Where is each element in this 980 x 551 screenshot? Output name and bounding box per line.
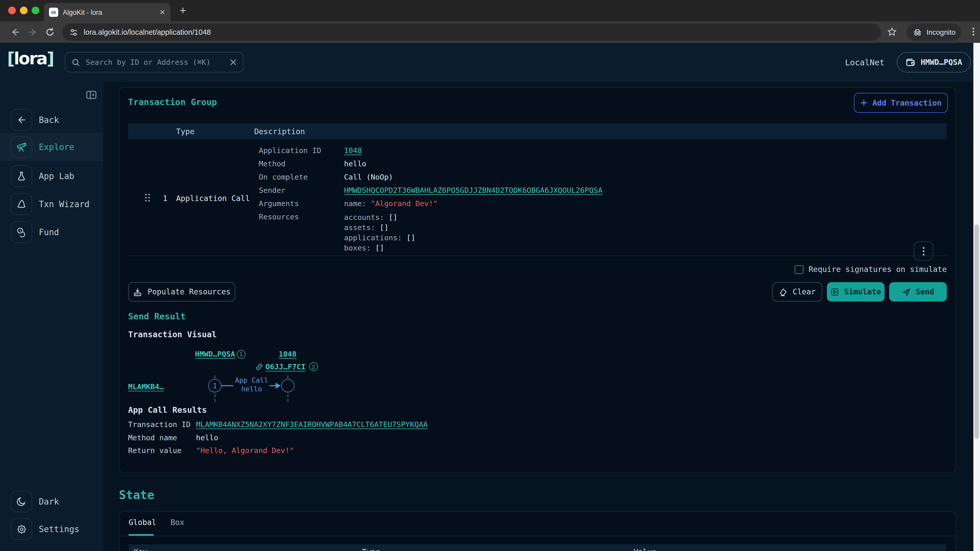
resource-value: [] bbox=[375, 244, 384, 252]
drag-handle-icon[interactable] bbox=[144, 193, 151, 203]
tabs-divider bbox=[119, 536, 956, 536]
wallet-button[interactable]: HMWD…PQSA bbox=[897, 52, 971, 73]
incognito-label: Incognito bbox=[926, 28, 956, 36]
column-header-key: Key bbox=[134, 548, 148, 551]
state-table-header: Key Type Value bbox=[129, 545, 946, 551]
sidebar-collapse-icon[interactable] bbox=[86, 90, 97, 100]
sidebar-item-label: Dark bbox=[39, 497, 59, 507]
graph-group-header: O6JJ…F7CI2 bbox=[255, 362, 318, 371]
method-name-row: Method name hello bbox=[128, 433, 218, 442]
graph-sender-link[interactable]: HMWD…PQSA bbox=[195, 350, 235, 358]
resource-key: assets: bbox=[344, 224, 375, 232]
txid-label: Transaction ID bbox=[128, 421, 196, 429]
method-name-value: hello bbox=[196, 433, 218, 442]
graph-from-node[interactable]: 1 bbox=[208, 379, 221, 392]
graph-transaction-link[interactable]: MLAMKB4… bbox=[128, 383, 164, 391]
telescope-icon bbox=[11, 136, 32, 158]
populate-resources-label: Populate Resources bbox=[148, 287, 231, 297]
send-button[interactable]: Send bbox=[889, 282, 947, 302]
url-bar[interactable]: lora.algokit.io/localnet/application/104… bbox=[62, 24, 881, 41]
page-scrollbar[interactable] bbox=[974, 43, 980, 551]
clear-label: Clear bbox=[793, 287, 816, 297]
sidebar-item-label: Txn Wizard bbox=[39, 199, 89, 209]
populate-resources-button[interactable]: Populate Resources bbox=[128, 282, 235, 302]
search-clear-icon[interactable] bbox=[230, 59, 237, 66]
new-tab-button[interactable]: + bbox=[180, 4, 186, 17]
browser-chrome: ak AlgoKit - lora ✕ + lora.algokit.io/lo… bbox=[0, 0, 980, 43]
site-settings-icon[interactable] bbox=[69, 28, 78, 37]
moon-icon bbox=[11, 491, 32, 512]
sidebar-item-fund[interactable]: 1 Fund bbox=[0, 220, 103, 245]
sidebar-item-settings[interactable]: Settings bbox=[0, 517, 103, 541]
transaction-group-card: Transaction Group Add Transaction Type D… bbox=[119, 87, 956, 473]
send-result-title: Send Result bbox=[128, 311, 186, 321]
logo-bracket-open: [ bbox=[7, 48, 14, 68]
browser-toolbar: lora.algokit.io/localnet/application/104… bbox=[0, 21, 980, 43]
send-icon bbox=[902, 287, 911, 296]
sidebar: Back Explore App Lab Txn Wizard bbox=[0, 82, 103, 551]
resource-value: [] bbox=[380, 224, 389, 232]
column-header-description: Description bbox=[254, 127, 305, 136]
incognito-icon bbox=[913, 28, 922, 36]
state-card: Global Box Key Type Value bbox=[119, 511, 956, 551]
app-header: [lora] LocalNet HMWD…PQSA bbox=[0, 43, 980, 82]
lora-logo[interactable]: [lora] bbox=[7, 50, 53, 67]
row-menu-button[interactable] bbox=[914, 241, 933, 261]
simulate-button[interactable]: Simulate bbox=[827, 282, 885, 302]
resources-list: accounts: [] assets: [] applications: []… bbox=[344, 212, 415, 253]
window-close-button[interactable] bbox=[8, 6, 16, 14]
search-input-wrapper[interactable] bbox=[65, 52, 243, 73]
window-minimize-button[interactable] bbox=[20, 6, 27, 14]
reload-icon[interactable] bbox=[45, 27, 55, 37]
gear-icon bbox=[11, 518, 32, 540]
tab-box[interactable]: Box bbox=[170, 518, 184, 527]
graph-edge-line bbox=[221, 385, 233, 386]
require-signatures-checkbox[interactable] bbox=[795, 265, 803, 274]
field-label: Application ID bbox=[259, 146, 344, 155]
svg-text:1: 1 bbox=[19, 229, 21, 233]
require-signatures-label: Require signatures on simulate bbox=[808, 265, 947, 274]
column-header-value: Value bbox=[633, 548, 656, 551]
network-selector[interactable]: LocalNet bbox=[845, 57, 884, 67]
simulate-icon bbox=[830, 287, 839, 296]
wallet-icon bbox=[905, 58, 915, 67]
graph-sender-column-header: HMWD…PQSA1 bbox=[195, 349, 245, 359]
sidebar-item-app-lab[interactable]: App Lab bbox=[0, 164, 103, 188]
bookmark-star-icon[interactable] bbox=[887, 27, 897, 37]
sidebar-item-txn-wizard[interactable]: Txn Wizard bbox=[0, 192, 103, 216]
tab-close-icon[interactable]: ✕ bbox=[159, 8, 165, 16]
state-title: State bbox=[119, 488, 154, 502]
resource-key: accounts: bbox=[344, 213, 384, 221]
graph-app-link[interactable]: 1048 bbox=[279, 350, 297, 358]
add-transaction-button[interactable]: Add Transaction bbox=[854, 93, 948, 113]
clear-button[interactable]: Clear bbox=[772, 282, 822, 302]
graph-arrowhead bbox=[275, 383, 281, 389]
sender-address-link[interactable]: HMWDSHQCOPD2T36WBAHLAZ6PO5GDJJZBN4D2TODK… bbox=[344, 186, 603, 195]
graph-to-node[interactable] bbox=[281, 379, 294, 392]
sidebar-item-label: App Lab bbox=[39, 171, 74, 181]
method-name-label: Method name bbox=[128, 433, 196, 442]
forward-icon[interactable] bbox=[27, 27, 38, 37]
wallet-address-short: HMWD…PQSA bbox=[921, 58, 962, 67]
transaction-type: Application Call bbox=[176, 194, 250, 203]
browser-tab[interactable]: ak AlgoKit - lora ✕ bbox=[44, 3, 170, 21]
app-call-results-title: App Call Results bbox=[128, 405, 207, 415]
edge-label-line2: hello bbox=[233, 385, 270, 393]
sidebar-item-dark-mode[interactable]: Dark bbox=[0, 489, 103, 514]
download-icon bbox=[133, 287, 142, 297]
search-input[interactable] bbox=[85, 58, 225, 67]
transaction-row[interactable]: 1 Application Call Application ID1048 Me… bbox=[128, 139, 947, 256]
scrollbar-thumb[interactable] bbox=[974, 224, 979, 439]
transaction-group-title: Transaction Group bbox=[128, 97, 217, 107]
sidebar-item-back[interactable]: Back bbox=[0, 108, 103, 132]
tab-favicon: ak bbox=[49, 8, 58, 17]
tab-global[interactable]: Global bbox=[129, 518, 156, 527]
window-zoom-button[interactable] bbox=[32, 6, 39, 14]
tab-title: AlgoKit - lora bbox=[63, 8, 155, 16]
sidebar-item-explore[interactable]: Explore bbox=[0, 133, 103, 161]
browser-menu-icon[interactable] bbox=[969, 27, 978, 37]
graph-group-link[interactable]: O6JJ…F7CI bbox=[266, 362, 305, 371]
back-icon[interactable] bbox=[10, 27, 21, 37]
application-id-link[interactable]: 1048 bbox=[344, 146, 362, 155]
transaction-id-link[interactable]: MLAMKB4ANXZ5NA2XY7ZNF3EAIROHVWPAB4A7CLT6… bbox=[196, 421, 428, 429]
